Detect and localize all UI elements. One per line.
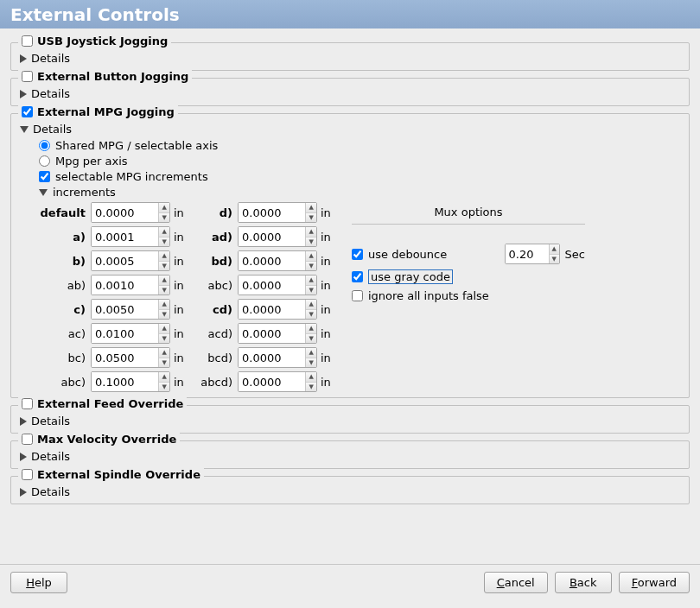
inc-7-v2-spinner-input[interactable] [239, 372, 305, 391]
spin-down-icon[interactable]: ▼ [159, 286, 169, 295]
spin-up-icon[interactable]: ▲ [306, 348, 316, 358]
inc-6-v1-spinner[interactable]: ▲▼ [91, 347, 170, 368]
spin-down-icon[interactable]: ▼ [159, 310, 169, 320]
spin-up-icon[interactable]: ▲ [159, 203, 169, 213]
spin-down-icon[interactable]: ▼ [306, 383, 316, 392]
inc-3-v1-spinner-input[interactable] [92, 276, 158, 294]
inc-1-v1-spinner-input[interactable] [92, 227, 158, 246]
inc-6-v1-spinner-input[interactable] [92, 348, 158, 367]
inc-6-v2-spinner[interactable]: ▲▼ [238, 347, 317, 368]
details-toggle[interactable]: Details [20, 52, 680, 65]
inc-0-v2-spinner-input[interactable] [239, 203, 305, 222]
inc-4-v1-spinner-input[interactable] [92, 300, 158, 319]
debounce-spinner[interactable]: ▲▼ [505, 244, 560, 264]
spinner-buttons[interactable]: ▲▼ [305, 227, 316, 246]
inc-3-v2-spinner-input[interactable] [239, 276, 305, 294]
cancel-button[interactable]: Cancel [484, 572, 548, 593]
inc-5-v1-spinner-input[interactable] [92, 324, 158, 343]
spin-up-icon[interactable]: ▲ [306, 251, 316, 262]
details-toggle[interactable]: Details [20, 450, 680, 463]
inc-5-v1-spinner[interactable]: ▲▼ [91, 323, 170, 344]
max-vel-checkbox[interactable] [22, 434, 33, 445]
inc-4-v2-spinner-input[interactable] [239, 300, 305, 319]
forward-button[interactable]: Forward [619, 572, 690, 593]
spin-down-icon[interactable]: ▼ [306, 310, 316, 320]
inc-3-v2-spinner[interactable]: ▲▼ [238, 275, 317, 295]
inc-1-v1-spinner[interactable]: ▲▼ [91, 226, 170, 247]
spin-up-icon[interactable]: ▲ [159, 300, 169, 310]
details-toggle[interactable]: Details [20, 87, 680, 100]
inc-2-v1-spinner[interactable]: ▲▼ [91, 250, 170, 271]
inc-7-v2-spinner[interactable]: ▲▼ [238, 371, 317, 392]
mpg-mode-shared-radio[interactable] [39, 140, 50, 151]
spin-down-icon[interactable]: ▼ [550, 255, 559, 264]
spinner-buttons[interactable]: ▲▼ [305, 203, 316, 222]
spin-down-icon[interactable]: ▼ [306, 334, 316, 344]
details-toggle[interactable]: Details [20, 415, 680, 428]
spin-up-icon[interactable]: ▲ [306, 276, 316, 286]
spinner-buttons[interactable]: ▲▼ [549, 244, 559, 263]
spinner-buttons[interactable]: ▲▼ [158, 324, 169, 343]
spin-up-icon[interactable]: ▲ [306, 300, 316, 310]
spin-down-icon[interactable]: ▼ [306, 286, 316, 295]
spinner-buttons[interactable]: ▲▼ [158, 276, 169, 294]
inc-3-v1-spinner[interactable]: ▲▼ [91, 275, 170, 295]
spin-down-icon[interactable]: ▼ [159, 262, 169, 271]
inc-5-v2-spinner[interactable]: ▲▼ [238, 323, 317, 344]
details-toggle[interactable]: Details [20, 123, 680, 136]
inc-4-v1-spinner[interactable]: ▲▼ [91, 299, 170, 320]
spin-up-icon[interactable]: ▲ [306, 203, 316, 213]
ext-feed-checkbox[interactable] [22, 398, 33, 409]
spin-up-icon[interactable]: ▲ [159, 324, 169, 334]
spinner-buttons[interactable]: ▲▼ [158, 372, 169, 391]
spin-down-icon[interactable]: ▼ [306, 238, 316, 247]
spin-down-icon[interactable]: ▼ [159, 334, 169, 344]
inc-0-v1-spinner[interactable]: ▲▼ [91, 202, 170, 223]
inc-0-v1-spinner-input[interactable] [92, 203, 158, 222]
selectable-inc-checkbox[interactable] [39, 171, 50, 182]
inc-2-v2-spinner[interactable]: ▲▼ [238, 250, 317, 271]
inc-1-v2-spinner[interactable]: ▲▼ [238, 226, 317, 247]
debounce-input[interactable] [506, 244, 549, 263]
ext-mpg-checkbox[interactable] [22, 106, 33, 117]
spinner-buttons[interactable]: ▲▼ [158, 300, 169, 319]
spinner-buttons[interactable]: ▲▼ [305, 251, 316, 270]
inc-7-v1-spinner[interactable]: ▲▼ [91, 371, 170, 392]
details-toggle[interactable]: Details [20, 485, 680, 498]
spinner-buttons[interactable]: ▲▼ [305, 348, 316, 367]
back-button[interactable]: Back [555, 572, 612, 593]
spin-down-icon[interactable]: ▼ [306, 213, 316, 223]
spin-up-icon[interactable]: ▲ [159, 348, 169, 358]
inc-6-v2-spinner-input[interactable] [239, 348, 305, 367]
spin-down-icon[interactable]: ▼ [159, 213, 169, 223]
spin-up-icon[interactable]: ▲ [550, 244, 559, 255]
help-button[interactable]: Help [10, 572, 67, 593]
spin-up-icon[interactable]: ▲ [159, 251, 169, 262]
use-debounce-checkbox[interactable] [352, 249, 363, 260]
spin-down-icon[interactable]: ▼ [159, 358, 169, 368]
inc-5-v2-spinner-input[interactable] [239, 324, 305, 343]
spinner-buttons[interactable]: ▲▼ [305, 300, 316, 319]
spin-up-icon[interactable]: ▲ [159, 372, 169, 383]
spin-down-icon[interactable]: ▼ [159, 238, 169, 247]
spinner-buttons[interactable]: ▲▼ [305, 372, 316, 391]
spin-down-icon[interactable]: ▼ [306, 262, 316, 271]
inc-4-v2-spinner[interactable]: ▲▼ [238, 299, 317, 320]
inc-2-v1-spinner-input[interactable] [92, 251, 158, 270]
ignore-inputs-checkbox[interactable] [352, 290, 363, 301]
spinner-buttons[interactable]: ▲▼ [158, 251, 169, 270]
spin-up-icon[interactable]: ▲ [159, 227, 169, 238]
spin-down-icon[interactable]: ▼ [159, 383, 169, 392]
inc-2-v2-spinner-input[interactable] [239, 251, 305, 270]
use-gray-checkbox[interactable] [352, 271, 363, 282]
spin-up-icon[interactable]: ▲ [306, 324, 316, 334]
ext-spindle-checkbox[interactable] [22, 469, 33, 480]
mpg-mode-peraxis-radio[interactable] [39, 155, 50, 167]
spin-up-icon[interactable]: ▲ [306, 227, 316, 238]
inc-1-v2-spinner-input[interactable] [239, 227, 305, 246]
inc-0-v2-spinner[interactable]: ▲▼ [238, 202, 317, 223]
ext-button-checkbox[interactable] [22, 71, 33, 82]
spinner-buttons[interactable]: ▲▼ [158, 227, 169, 246]
spin-up-icon[interactable]: ▲ [159, 276, 169, 286]
spinner-buttons[interactable]: ▲▼ [305, 324, 316, 343]
